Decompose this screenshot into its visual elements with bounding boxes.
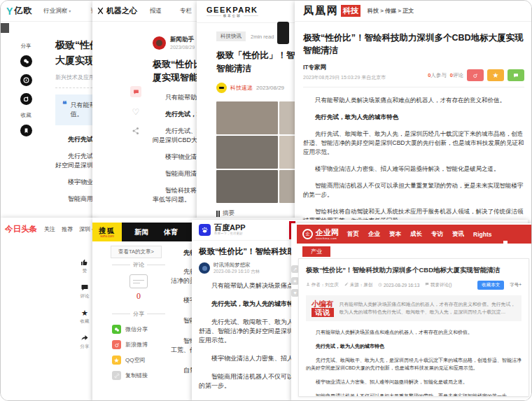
favorite-star-button[interactable]: ★ [487,69,504,81]
qiye-nav-home[interactable]: 首页 [347,230,359,239]
qiye-fontsize-button[interactable]: 字号+ [510,282,522,288]
ifeng-logo[interactable]: 凤凰网 科技 [303,4,360,17]
like-button[interactable]: 赞 [76,258,93,274]
qiye-logo-domain: saxchina.com [316,237,339,240]
pencil-icon [344,282,349,286]
qiye-logo-text: 企业网 [316,229,339,237]
jiqizhixin-logo[interactable]: 机器之心 [97,6,137,16]
baidu-author-name[interactable]: 时讯博闻梦想家 [214,262,260,268]
paragraph: 楼宇物业清洁人力密集、招人难等问题亟待解决，智能化是破局之道。 [303,164,524,174]
sohu-logo-domain: sohu.com [100,234,114,238]
sohu-comment-count: 0 [112,291,165,302]
moments-share-icon[interactable] [20,74,32,86]
share-copy-link[interactable]: 复制链接 [112,371,165,380]
paragraph: 楼宇物业清洁人力密集、招人难等问题亟待解决，智能化是破局之道。 [306,378,522,386]
geekpark-logo[interactable]: GEEKPARK 极客公园 [206,6,258,17]
ifeng-source[interactable]: IT专家网 [303,64,386,72]
quote-mark-icon: ❝ [62,101,66,119]
share-wechat[interactable]: 微信分享 [112,325,165,334]
paragraph: 智能商用清洁机器人不仅可以承担大量重复繁琐的劳动，更是未来实现智能楼宇的第一步。 [306,392,522,397]
comment-button[interactable]: 评论 [76,283,93,300]
jqzx-nav-report[interactable]: 报道 [150,7,162,15]
heart-icon[interactable]: ♡ [129,107,143,117]
person-icon [306,282,310,286]
sohu-view-articles-button[interactable]: 查看TA的文章> [111,246,162,258]
sohu-nav-sports[interactable]: 体育 [164,227,178,237]
jqzx-nav-column[interactable]: 专栏 [180,7,192,15]
qiye-logo[interactable]: 企 企业网 saxchina.com [302,229,339,240]
qiye-nav-indicator [503,241,507,244]
geek-tag[interactable]: 科技快讯 [216,31,246,41]
sohu-widgets: 评论 0 分享 微信分享 [112,261,165,386]
qiye-nav-enterprise[interactable]: 企业 [368,230,380,239]
thumb-up-icon [80,258,89,267]
panel-qiyewang: ↗ ★ ♥ 企 企业网 saxchina.com 首页 企业 资本 成长 专访 … [291,223,532,401]
weibo-share-icon[interactable] [20,93,32,105]
jiqizhixin-logo-icon [97,7,104,15]
qiye-article-body: 只有能帮助人类解决场景痛点和难点的机器人，才有存在的意义和价值。 先行先试，敢为… [306,328,522,397]
weibo-button[interactable] [467,69,484,81]
editor-note-text: 只有能帮助人类解决场景痛点和难点的机器人，才有存在的意义和价值。先行先试，敢为人… [340,301,517,316]
qiye-nav-growth[interactable]: 成长 [410,230,422,239]
yiou-logo-icon: Y [6,6,13,17]
share-button[interactable]: 分享 [76,334,93,350]
ifeng-article-body: 只有能帮助人类解决场景痛点和难点的机器人，才有存在的意义和价值。 先行先试，敢为… [303,96,524,225]
wechat-button[interactable] [507,69,524,81]
editor-note-badge: 小编有 话说 [312,300,334,317]
toutiao-logo[interactable]: 今日头条 [5,224,37,234]
ifeng-comments[interactable]: 0评论 [450,72,463,79]
baidu-datetime: 2023-08-29 16:10 吉林 [214,269,260,274]
link-icon [112,371,121,380]
sohu-nav-news[interactable]: 新闻 [134,227,148,237]
sohu-logo[interactable]: 搜狐 sohu.com [92,223,122,241]
share-nodes-icon[interactable] [132,127,140,135]
qiye-favorite-button[interactable]: 收藏本文 [477,281,504,290]
panel-toutiao: 今日头条 关注 推荐 深圳▾ 视频 赞 评论 ★ 收藏 分享 [1,218,95,401]
paragraph: 先行先试、敢闯敢干、敢为人先，是深圳历经几十载沉淀下来的城市品格，创造舒适、智能… [303,129,524,157]
yiou-logo[interactable]: Y 亿欧 [6,5,32,17]
qiye-navbar: 企 企业网 saxchina.com 首页 企业 资本 成长 专访 资讯 Rig… [297,225,532,244]
bookmark-icon[interactable] [20,125,32,136]
breadcrumb[interactable]: 科技 > 传媒 > 正文 [368,7,414,15]
baidu-logo-text[interactable]: 百度APP [214,224,246,232]
wechat-share-icon[interactable] [20,55,32,67]
qiye-logo-seal-icon: 企 [302,229,313,239]
photo-cell [216,101,278,134]
share-weibo[interactable]: 新浪微博 [112,340,165,349]
yiou-logo-text: 亿欧 [14,5,32,17]
geek-date: 2023/08/29 [256,85,284,91]
sohu-comment-box-icon[interactable] [130,274,148,288]
paragraph-heading: 先行先试，敢为人先的城市特色 [303,113,524,122]
yiou-share-rail: 分享 收藏 [18,43,34,143]
paragraph: 先行先试、敢闯敢干、敢为人先，是深圳历经几十载沉淀下来的城市品格，创造舒适、智能… [306,356,522,372]
qiye-article-card: 极致“性价比”！智绘科技助力深圳多个CBD地标大厦实现智能清洁 作者：刘立庆 来… [298,258,529,397]
toutiao-header: 今日头条 关注 推荐 深圳▾ 视频 [1,218,95,240]
comment-icon [80,283,89,292]
qiye-editor-note-box: 小编有 话说 只有能帮助人类解决场景痛点和难点的机器人，才有存在的意义和价值。先… [306,295,522,321]
jqzx-date: 2023/08/29 [170,45,195,50]
share-qzone[interactable]: ★ QQ空间 [112,356,165,365]
toutiao-action-rail: 赞 评论 ★ 收藏 分享 [76,258,93,359]
clock-icon [378,283,382,287]
qiye-nav-rights[interactable]: Rights [473,231,491,238]
paragraph-heading: 先行先试，敢为人先的城市特色 [306,342,522,350]
comment-icon[interactable] [130,86,141,97]
qiye-nav-news[interactable]: 资讯 [452,230,464,239]
yiou-nav-industry-insight[interactable]: 行业洞察▾ [43,7,71,15]
qiye-nav-interview[interactable]: 专访 [431,230,443,239]
geek-author-name[interactable]: 科技速递 [230,84,253,92]
photo-cell [216,170,278,203]
qiye-nav-capital[interactable]: 资本 [389,230,401,239]
jqzx-author-name[interactable]: 新闻助手 [170,36,195,44]
qiye-channel-tag[interactable]: 产业 [302,246,330,257]
favorite-button[interactable]: ★ 收藏 [76,309,93,325]
qiye-article-title: 极致“性价比”！智绘科技助力深圳多个CBD地标大厦实现智能清洁 [306,266,522,275]
weibo-icon [112,340,121,349]
toutiao-nav-follow[interactable]: 关注 [44,225,55,233]
toutiao-nav-city[interactable]: 深圳▾ [79,225,94,233]
toutiao-nav-recommend[interactable]: 推荐 [62,225,73,233]
qiye-comment-link[interactable]: 我要评论() [425,282,451,288]
paragraph: 只有能帮助人类解决场景痛点和难点的机器人，才有存在的意义和价值。 [303,96,524,105]
panel-ifeng: 凤凰网 科技 科技 > 传媒 > 正文 极致“性价比”！智绘科技助力深圳多个CB… [295,1,532,228]
comment-icon [425,282,429,286]
